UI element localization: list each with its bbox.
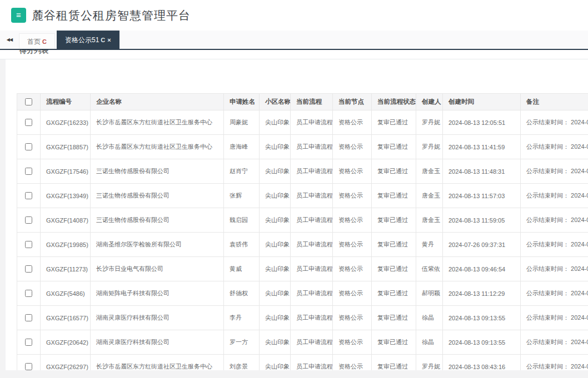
table-row: GXGZF(13949) 三诺生物传感股份有限公司 张辉 尖山印象 员工申请流程… [17,184,588,208]
row-checkbox[interactable] [25,119,32,126]
cell-current-node: 资格公示 [333,257,372,281]
cell-applicant-name: 刘彦景 [224,355,260,371]
cell-process-id: GXGZF(16577) [41,306,91,330]
cell-community-name: 尖山印象 [260,233,291,257]
table-row: GXGZF(5486) 湖南矩阵电子科技有限公司 舒德权 尖山印象 员工申请流程… [17,281,588,306]
cell-company-name: 长沙市岳麓区东方红街道社区卫生服务中心 [91,110,224,135]
cell-current-node: 资格公示 [333,281,372,306]
cell-remark: 公示结束时间： 2024-08-20 15:50:01 [521,184,588,208]
cell-created-time: 2024-08-13 09:13:55 [443,330,521,355]
cell-creator: 唐金玉 [416,208,443,233]
tab-qualification-publicity[interactable]: 资格公示51C× [57,31,119,49]
cell-current-flow: 员工申请流程 [291,281,333,306]
cell-flow-status: 复审已通过 [372,330,416,355]
column-header: 备注 [521,94,588,110]
cell-created-time: 2024-08-13 11:12:29 [443,281,521,306]
table-row: GXGZF(20642) 湖南灵康医疗科技有限公司 罗一方 尖山印象 员工申请流… [17,330,588,355]
column-header: 创建时间 [443,94,521,110]
row-checkbox[interactable] [25,314,32,321]
cell-company-name: 长沙市日业电气有限公司 [91,257,224,281]
cell-applicant-name: 袁骄伟 [224,233,260,257]
row-checkbox[interactable] [25,339,32,346]
cell-community-name: 尖山印象 [260,355,291,371]
cell-flow-status: 复审已通过 [372,135,416,159]
close-icon[interactable]: × [107,37,111,43]
cell-created-time: 2024-08-13 08:43:16 [443,355,521,371]
row-checkbox[interactable] [25,192,32,199]
row-checkbox-cell [17,159,41,184]
row-checkbox[interactable] [25,143,32,150]
cell-process-id: GXGZF(13949) [41,184,91,208]
cell-current-node: 资格公示 [333,208,372,233]
cell-applicant-name: 唐海峰 [224,135,260,159]
cell-current-node: 资格公示 [333,355,372,371]
cell-remark: 公示结束时间： 2024-08-20 11:11:52 [521,330,588,355]
cell-company-name: 三诺生物传感股份有限公司 [91,208,224,233]
column-header: 当前流程 [291,94,333,110]
cell-applicant-name: 魏启园 [224,208,260,233]
cell-process-id: GXGZF(20642) [41,330,91,355]
cell-flow-status: 复审已通过 [372,110,416,135]
table-row: GXGZF(16233) 长沙市岳麓区东方红街道社区卫生服务中心 周豪妮 尖山印… [17,110,588,135]
cell-current-flow: 员工申请流程 [291,208,333,233]
cell-created-time: 2024-08-13 11:48:31 [443,159,521,184]
app-header: ≡ 麓谷租赁公租房智慧管理平台 [0,0,588,31]
row-checkbox[interactable] [25,241,32,248]
row-checkbox-cell [17,184,41,208]
row-checkbox[interactable] [25,363,32,370]
refresh-icon[interactable]: C [101,37,105,43]
row-checkbox[interactable] [25,265,32,273]
cell-community-name: 尖山印象 [260,208,291,233]
cell-applicant-name: 黄威 [224,257,260,281]
row-checkbox[interactable] [25,216,32,224]
cell-community-name: 尖山印象 [260,110,291,135]
column-header: 企业名称 [91,94,224,110]
app-window: ≡ 麓谷租赁公租房智慧管理平台 ◀◀ 首页C 资格公示51C× 得分列表 [0,0,588,378]
cell-current-flow: 员工申请流程 [291,159,333,184]
cell-current-node: 资格公示 [333,135,372,159]
column-header: 当前流程状态 [372,94,416,110]
double-chevron-left-icon: ◀◀ [7,37,12,42]
cell-current-flow: 员工申请流程 [291,135,333,159]
cell-creator: 罗丹妮 [416,135,443,159]
cell-company-name: 长沙市岳麓区东方红街道社区卫生服务中心 [91,355,224,371]
page-title: 麓谷租赁公租房智慧管理平台 [32,8,191,23]
row-checkbox-cell [17,135,41,159]
cell-created-time: 2024-08-13 11:59:05 [443,208,521,233]
tabs-scroll-left-button[interactable]: ◀◀ [0,31,19,49]
tab-label: 资格公示51 [65,36,99,44]
cell-company-name: 三诺生物传感股份有限公司 [91,184,224,208]
cell-creator: 伍紫依 [416,257,443,281]
cell-process-id: GXGZF(17546) [41,159,91,184]
cell-current-flow: 员工申请流程 [291,233,333,257]
column-header: 申请姓名 [224,94,260,110]
tab-home[interactable]: 首页C [19,33,55,49]
cell-community-name: 尖山印象 [260,135,291,159]
cell-community-name: 尖山印象 [260,159,291,184]
cell-creator: 黄丹 [416,233,443,257]
hamburger-icon: ≡ [16,11,21,19]
row-checkbox[interactable] [25,168,32,175]
cell-company-name: 湖南圣维尔医学检验所有限公司 [91,233,224,257]
cell-remark: 公示结束时间： 2024-08-20 15:48:31 [521,281,588,306]
cell-created-time: 2024-08-13 09:46:54 [443,257,521,281]
row-checkbox[interactable] [25,290,32,297]
select-all-checkbox[interactable] [25,98,32,105]
cell-creator: 徐晶 [416,330,443,355]
cell-remark: 公示结束时间： 2024-08-20 15:50:25 [521,135,588,159]
cell-applicant-name: 李丹 [224,306,260,330]
cell-process-id: GXGZF(11273) [41,257,91,281]
menu-toggle-button[interactable]: ≡ [11,8,26,23]
row-checkbox-cell [17,355,41,371]
cell-community-name: 尖山印象 [260,184,291,208]
table-row: GXGZF(19985) 湖南圣维尔医学检验所有限公司 袁骄伟 尖山印象 员工申… [17,233,588,257]
cell-community-name: 尖山印象 [260,257,291,281]
column-header: 当前节点 [333,94,372,110]
cell-flow-status: 复审已通过 [372,184,416,208]
refresh-icon[interactable]: C [42,38,47,45]
cell-process-id: GXGZF(26297) [41,355,91,371]
column-header: 创建人 [416,94,443,110]
cell-remark: 公示结束时间： 2024-08-20 15:49:29 [521,233,588,257]
cell-current-flow: 员工申请流程 [291,330,333,355]
cell-applicant-name: 舒德权 [224,281,260,306]
